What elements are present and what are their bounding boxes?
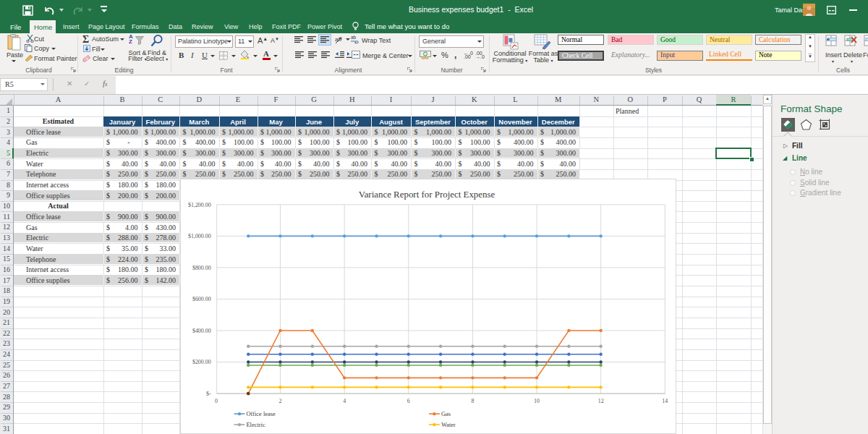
svg-text:12: 12 bbox=[597, 398, 603, 404]
svg-text:$800.00: $800.00 bbox=[192, 265, 210, 271]
svg-text:$1,000.00: $1,000.00 bbox=[187, 233, 210, 239]
svg-text:6: 6 bbox=[407, 398, 409, 404]
svg-text:$400.00: $400.00 bbox=[192, 328, 210, 334]
svg-text:2: 2 bbox=[278, 398, 281, 404]
svg-text:10: 10 bbox=[534, 398, 540, 404]
svg-text:$600.00: $600.00 bbox=[192, 296, 210, 302]
svg-text:ab: ab bbox=[335, 36, 341, 43]
svg-text:Water: Water bbox=[441, 421, 455, 428]
svg-text:14: 14 bbox=[662, 398, 668, 404]
svg-text:Variance Report for Project Ex: Variance Report for Project Expense bbox=[358, 189, 495, 200]
svg-text:Office lease: Office lease bbox=[246, 410, 276, 417]
svg-text:$200.00: $200.00 bbox=[192, 359, 210, 365]
svg-text:0: 0 bbox=[214, 398, 217, 404]
svg-text:8: 8 bbox=[471, 398, 474, 404]
svg-text:$-: $- bbox=[206, 391, 211, 397]
svg-text:Gas: Gas bbox=[441, 410, 450, 417]
svg-text:$1,200.00: $1,200.00 bbox=[187, 202, 210, 208]
svg-text:Electric: Electric bbox=[246, 421, 265, 428]
svg-text:ab: ab bbox=[351, 35, 357, 40]
svg-text:4: 4 bbox=[343, 398, 346, 404]
